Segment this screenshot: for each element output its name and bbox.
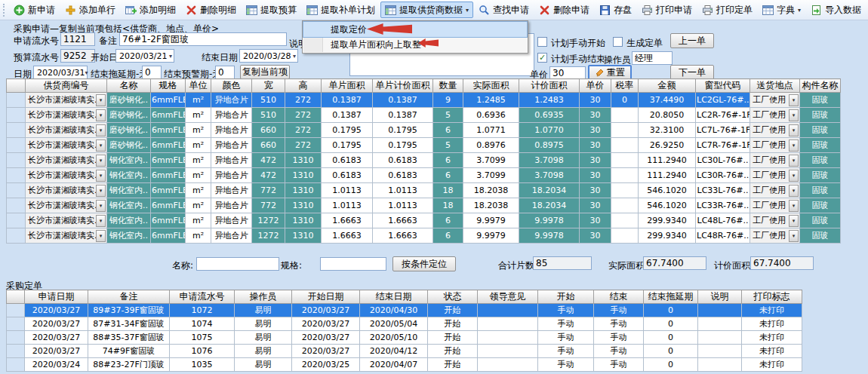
cell[interactable]: 易明 bbox=[235, 331, 292, 345]
cell[interactable]: 0.1387 bbox=[373, 93, 433, 108]
row-selector[interactable] bbox=[7, 228, 26, 244]
cell[interactable]: 2020/03/27 bbox=[25, 304, 88, 317]
next-order-button[interactable]: 下一单 bbox=[670, 65, 714, 80]
cell[interactable]: LC2GL-76#.. bbox=[696, 93, 750, 108]
cell[interactable]: 手动 bbox=[538, 345, 594, 358]
cell[interactable]: 固玻 bbox=[800, 183, 841, 198]
toolbar-button-print-request[interactable]: 打印申请 bbox=[637, 2, 697, 18]
cell[interactable]: 固玻 bbox=[800, 168, 841, 183]
row-selector[interactable] bbox=[7, 168, 26, 183]
cell[interactable]: 0.1795 bbox=[322, 123, 373, 138]
cell[interactable]: 1310 bbox=[285, 183, 322, 198]
cell[interactable]: 6mmFLE.. bbox=[151, 108, 186, 123]
cell[interactable]: 272 bbox=[285, 123, 322, 138]
cell[interactable]: 2020/03/27 bbox=[25, 345, 88, 358]
cell[interactable]: 0 bbox=[644, 317, 698, 331]
column-header[interactable]: 申请日期 bbox=[25, 290, 88, 304]
cell[interactable]: 长沙市潇湘玻璃实...▾ bbox=[26, 168, 107, 183]
cell[interactable]: 工厂使用▾ bbox=[750, 93, 800, 108]
cell[interactable] bbox=[478, 331, 538, 345]
cell[interactable]: LC7R-76#-1FO bbox=[696, 138, 750, 153]
cell[interactable]: 9.9979 bbox=[463, 228, 519, 244]
cell[interactable] bbox=[611, 108, 639, 123]
cell[interactable]: LC48R-76#.. bbox=[696, 228, 750, 244]
chevron-down-icon[interactable]: ▾ bbox=[96, 215, 106, 227]
toolbar-button-dictionary[interactable]: 字典▾ bbox=[758, 2, 805, 18]
cell[interactable]: 异地合片 bbox=[211, 153, 252, 168]
cell[interactable]: 6 bbox=[433, 153, 463, 168]
cell[interactable]: 30 bbox=[580, 138, 611, 153]
prev-order-button[interactable]: 上一单 bbox=[670, 33, 714, 48]
cell[interactable]: 472 bbox=[252, 153, 285, 168]
cell[interactable]: 固玻 bbox=[800, 108, 841, 123]
cell[interactable]: 开始 bbox=[428, 317, 478, 331]
cell[interactable] bbox=[611, 168, 639, 183]
cell[interactable]: 6mmFLE.. bbox=[151, 213, 186, 228]
end-delay-field[interactable] bbox=[142, 66, 162, 79]
cell[interactable]: LC48L-76#.. bbox=[696, 213, 750, 228]
cell[interactable]: 手动 bbox=[538, 317, 594, 331]
cell[interactable]: 1310 bbox=[285, 228, 322, 244]
cell[interactable]: 18.2034 bbox=[519, 183, 580, 198]
cell[interactable]: 0.6935 bbox=[519, 108, 580, 123]
cell[interactable] bbox=[611, 153, 639, 168]
cell[interactable]: 6 bbox=[433, 123, 463, 138]
column-header[interactable]: 规格 bbox=[151, 79, 186, 93]
column-header[interactable]: 单片计价面积 bbox=[373, 79, 433, 93]
cell[interactable]: 固玻 bbox=[800, 93, 841, 108]
cell[interactable]: 1310 bbox=[285, 153, 322, 168]
cell[interactable]: 30 bbox=[580, 198, 611, 213]
end-date-select[interactable]: 2020/03/28▾ bbox=[239, 49, 298, 63]
cell[interactable]: 6mmFLE.. bbox=[151, 183, 186, 198]
cell[interactable]: 510 bbox=[252, 93, 285, 108]
cell[interactable]: 钢化室内.. bbox=[107, 198, 151, 213]
cell[interactable]: 手动 bbox=[594, 317, 644, 331]
cell[interactable]: 0.8976 bbox=[463, 138, 519, 153]
cell[interactable]: LC30L-76#.. bbox=[696, 153, 750, 168]
cell[interactable]: m² bbox=[186, 213, 211, 228]
cell[interactable]: 26.9250 bbox=[639, 138, 696, 153]
toolbar-button-extract-supplement-plan[interactable]: 提取补单计划 bbox=[302, 2, 380, 18]
total-pieces-field[interactable] bbox=[533, 256, 592, 270]
cell[interactable]: 工厂使用▾ bbox=[750, 183, 800, 198]
cell[interactable] bbox=[698, 345, 742, 358]
cell[interactable]: 1074 bbox=[170, 317, 235, 331]
column-header[interactable]: 供货商编号 bbox=[26, 79, 107, 93]
cell[interactable]: 工厂使用▾ bbox=[750, 198, 800, 213]
cell[interactable]: 30 bbox=[580, 123, 611, 138]
column-header[interactable]: 构件名称 bbox=[800, 79, 841, 93]
row-selector[interactable] bbox=[7, 213, 26, 228]
row-selector[interactable] bbox=[7, 304, 25, 317]
cell[interactable]: 0 bbox=[644, 331, 698, 345]
cell[interactable]: 2020/03/27 bbox=[25, 317, 88, 331]
menu-item-1[interactable]: 提取单片面积向上取整 bbox=[303, 37, 527, 52]
column-header[interactable]: 说明 bbox=[698, 290, 742, 304]
cell[interactable]: 1.0113 bbox=[373, 183, 433, 198]
cell[interactable]: 工厂使用▾ bbox=[750, 213, 800, 228]
cell[interactable] bbox=[611, 228, 639, 244]
cell[interactable]: 6 bbox=[433, 168, 463, 183]
row-selector[interactable] bbox=[7, 108, 26, 123]
row-selector[interactable] bbox=[7, 138, 26, 153]
chevron-down-icon[interactable]: ▾ bbox=[96, 170, 106, 182]
cell[interactable]: 299.9340 bbox=[639, 213, 696, 228]
cell[interactable]: 0.1795 bbox=[373, 138, 433, 153]
column-header[interactable]: 结束日期 bbox=[360, 290, 428, 304]
cell[interactable]: 272 bbox=[285, 93, 322, 108]
cell[interactable]: 0.1387 bbox=[322, 93, 373, 108]
column-header[interactable]: 税率 bbox=[611, 79, 639, 93]
cell[interactable]: 长沙市潇湘玻璃实...▾ bbox=[26, 123, 107, 138]
cell[interactable]: 0.8975 bbox=[519, 138, 580, 153]
column-header[interactable]: 计价面积 bbox=[519, 79, 580, 93]
cell[interactable]: 111.2940 bbox=[639, 168, 696, 183]
column-header[interactable]: 送货地点 bbox=[750, 79, 800, 93]
cell[interactable]: 钢化室内.. bbox=[107, 228, 151, 244]
cell[interactable]: 18.2038 bbox=[463, 198, 519, 213]
cell[interactable]: 772 bbox=[252, 183, 285, 198]
cell[interactable]: 1.2483 bbox=[519, 93, 580, 108]
cell[interactable]: 2020/03/27 bbox=[25, 331, 88, 345]
chevron-down-icon[interactable]: ▾ bbox=[96, 185, 106, 197]
row-selector[interactable] bbox=[7, 358, 25, 372]
column-header[interactable]: 名称 bbox=[107, 79, 151, 93]
chevron-down-icon[interactable]: ▾ bbox=[96, 109, 106, 121]
